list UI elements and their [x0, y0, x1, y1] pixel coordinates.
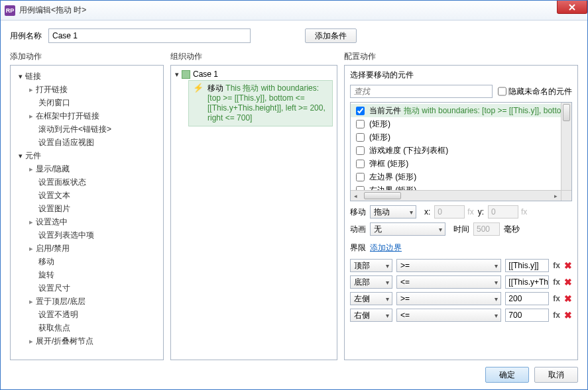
bound-op-select[interactable]: >=: [396, 292, 501, 305]
section-org-action: 组织动作: [170, 51, 337, 62]
fx-button[interactable]: fx: [553, 311, 560, 320]
bound-side-select[interactable]: 顶部: [350, 259, 392, 272]
org-case-node[interactable]: ▾ Case 1: [175, 70, 333, 79]
fx-button[interactable]: fx: [553, 294, 560, 303]
list-vscrollbar[interactable]: [561, 103, 571, 190]
tree-set-image[interactable]: 设置图片: [13, 202, 163, 215]
fx-x-label: fx: [467, 207, 473, 217]
case-name-label: 用例名称: [10, 30, 42, 42]
section-config-action: 配置动作: [344, 51, 578, 62]
tree-open-in-frame[interactable]: 在框架中打开链接: [13, 109, 163, 122]
bounds-label: 界限: [350, 242, 366, 254]
list-item[interactable]: 左边界 (矩形): [351, 170, 561, 183]
bound-op-select[interactable]: <=: [396, 309, 501, 322]
list-item[interactable]: (矩形): [351, 117, 561, 130]
bound-side-select[interactable]: 右侧: [350, 309, 392, 322]
tree-move[interactable]: 移动: [13, 255, 163, 268]
bound-side-select[interactable]: 左侧: [350, 292, 392, 305]
org-action-item[interactable]: ⚡ 移动 This 拖动 with boundaries: [top >= [[…: [188, 80, 333, 126]
anim-label: 动画: [350, 224, 366, 235]
cancel-button[interactable]: 取消: [534, 367, 578, 383]
tree-bring-front[interactable]: 置于顶层/底层: [13, 295, 163, 308]
bound-row-top: 顶部 >= [[This.y]] fx ✖: [350, 259, 572, 272]
list-item[interactable]: 游戏难度 (下拉列表框): [351, 144, 561, 157]
section-add-action: 添加动作: [10, 51, 164, 62]
tree-expand-collapse[interactable]: 展开/折叠树节点: [13, 334, 163, 348]
org-action-detail: This 拖动 with boundaries: [top >= [[This.…: [207, 83, 325, 122]
org-case-label: Case 1: [193, 70, 218, 79]
tree-opacity[interactable]: 设置不透明: [13, 308, 163, 321]
config-select-title: 选择要移动的元件: [350, 70, 572, 81]
widget-listbox[interactable]: 当前元件 拖动 with boundaries: [top >= [[This.…: [350, 102, 572, 201]
time-label: 时间: [453, 224, 469, 235]
fx-button[interactable]: fx: [553, 277, 560, 287]
tree-set-list-sel[interactable]: 设置列表选中项: [13, 228, 163, 242]
tree-group-links[interactable]: 链接: [13, 70, 163, 83]
bound-row-right: 右侧 <= 700 fx ✖: [350, 309, 572, 322]
bound-value-input[interactable]: [[This.y+This.height]]: [505, 275, 549, 289]
case-name-input[interactable]: [48, 28, 251, 43]
search-input[interactable]: [350, 85, 493, 98]
config-panel: 选择要移动的元件 隐藏未命名的元件 当前元件 拖动 with boundarie…: [344, 65, 578, 360]
fx-button[interactable]: fx: [553, 261, 560, 270]
actions-tree-panel[interactable]: 链接 打开链接 关闭窗口 在框架中打开链接 滚动到元件<锚链接> 设置自适应视图…: [10, 65, 164, 360]
x-input: [434, 205, 465, 219]
app-icon: RP: [5, 5, 15, 16]
anim-mode-select[interactable]: 无: [370, 222, 445, 236]
hide-unnamed-checkbox[interactable]: 隐藏未命名的元件: [498, 85, 572, 98]
delete-bound-button[interactable]: ✖: [564, 260, 572, 271]
tree-set-size[interactable]: 设置尺寸: [13, 281, 163, 295]
x-label: x:: [424, 207, 430, 217]
fx-y-label: fx: [521, 207, 527, 217]
bolt-icon: ⚡: [193, 83, 204, 123]
move-label: 移动: [350, 207, 366, 218]
time-unit: 毫秒: [504, 224, 520, 235]
tree-show-hide[interactable]: 显示/隐藏: [13, 162, 163, 175]
list-item[interactable]: 右边界 (矩形): [351, 183, 561, 190]
titlebar[interactable]: RP 用例编辑<拖动 时>: [1, 1, 587, 21]
delete-bound-button[interactable]: ✖: [564, 277, 572, 287]
time-input: [473, 222, 500, 236]
list-item-current[interactable]: 当前元件 拖动 with boundaries: [top >= [[This.…: [351, 104, 561, 117]
window-title: 用例编辑<拖动 时>: [19, 5, 86, 16]
bound-op-select[interactable]: >=: [396, 259, 501, 272]
org-action-panel: ▾ Case 1 ⚡ 移动 This 拖动 with boundaries: […: [170, 65, 337, 360]
list-item[interactable]: (矩形): [351, 130, 561, 144]
bound-row-left: 左侧 >= 200 fx ✖: [350, 292, 572, 305]
tree-panel-state[interactable]: 设置面板状态: [13, 175, 163, 189]
bound-op-select[interactable]: <=: [396, 275, 501, 289]
y-input: [488, 205, 518, 219]
list-item[interactable]: 弹框 (矩形): [351, 157, 561, 170]
add-bounds-link[interactable]: 添加边界: [370, 242, 402, 254]
bound-side-select[interactable]: 底部: [350, 275, 392, 289]
tree-scroll-anchor[interactable]: 滚动到元件<锚链接>: [13, 122, 163, 136]
bound-value-input[interactable]: 700: [505, 309, 549, 322]
move-mode-select[interactable]: 拖动: [370, 205, 416, 219]
add-condition-button[interactable]: 添加条件: [305, 28, 357, 43]
tree-group-widgets[interactable]: 元件: [13, 149, 163, 162]
close-button[interactable]: [557, 1, 587, 14]
tree-open-link[interactable]: 打开链接: [13, 83, 163, 96]
tree-close-window[interactable]: 关闭窗口: [13, 96, 163, 109]
org-action-prefix: 移动: [207, 83, 225, 93]
ok-button[interactable]: 确定: [485, 367, 529, 383]
tree-set-text[interactable]: 设置文本: [13, 189, 163, 202]
list-hscrollbar[interactable]: ◂▸: [351, 190, 561, 201]
delete-bound-button[interactable]: ✖: [564, 310, 572, 320]
bound-value-input[interactable]: 200: [505, 292, 549, 305]
bound-row-bottom: 底部 <= [[This.y+This.height]] fx ✖: [350, 275, 572, 289]
close-icon: [568, 4, 576, 11]
case-editor-window: RP 用例编辑<拖动 时> 用例名称 添加条件 添加动作 链接 打开链接 关闭窗…: [0, 0, 588, 390]
case-icon: [182, 70, 190, 79]
tree-enable-disable[interactable]: 启用/禁用: [13, 242, 163, 255]
y-label: y:: [478, 207, 484, 217]
tree-set-selected[interactable]: 设置选中: [13, 215, 163, 228]
delete-bound-button[interactable]: ✖: [564, 293, 572, 304]
tree-adaptive-view[interactable]: 设置自适应视图: [13, 136, 163, 149]
tree-rotate[interactable]: 旋转: [13, 268, 163, 281]
bound-value-input[interactable]: [[This.y]]: [505, 259, 549, 272]
tree-focus[interactable]: 获取焦点: [13, 321, 163, 334]
